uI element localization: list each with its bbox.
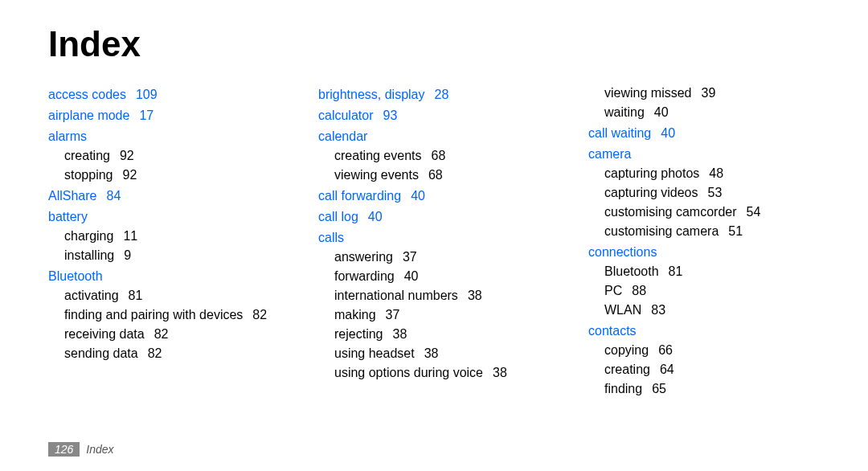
index-page-ref: 88	[632, 284, 646, 297]
index-term: creating	[64, 149, 110, 162]
index-term: forwarding	[334, 269, 395, 283]
index-page-ref: 40	[654, 105, 669, 119]
index-term: WLAN	[604, 303, 641, 317]
index-term: access codes	[48, 88, 126, 101]
index-page-ref: 38	[468, 289, 482, 302]
index-term: capturing videos	[604, 186, 698, 199]
index-sub-entry: rejecting38	[318, 325, 550, 344]
index-page-ref: 64	[660, 362, 674, 376]
index-main-entry: access codes109	[48, 85, 280, 104]
index-page-ref: 40	[661, 126, 675, 140]
index-main-entry: alarms	[48, 127, 280, 146]
index-page-ref: 40	[368, 210, 383, 223]
index-main-entry: call log40	[318, 207, 550, 227]
index-page-ref: 54	[747, 205, 761, 219]
index-page-ref: 81	[129, 289, 143, 302]
index-term: copying	[604, 343, 649, 357]
index-sub-entry: receiving data82	[48, 325, 280, 344]
index-sub-entry: charging11	[48, 227, 280, 246]
index-page-ref: 40	[404, 269, 419, 283]
index-sub-entry: sending data82	[48, 344, 280, 363]
index-term: call forwarding	[318, 189, 401, 203]
index-term: rejecting	[334, 327, 383, 341]
index-sub-entry: stopping92	[48, 166, 280, 185]
index-page-ref: 65	[652, 382, 666, 395]
index-main-entry: contacts	[588, 322, 820, 341]
index-term: using headset	[334, 346, 415, 360]
index-term: AllShare	[48, 189, 96, 203]
page-title: Index	[48, 24, 820, 64]
index-term: sending data	[64, 346, 138, 360]
index-sub-entry: creating92	[48, 146, 280, 166]
index-page-ref: 17	[139, 109, 154, 122]
index-sub-entry: customising camera51	[588, 222, 820, 241]
index-page-ref: 82	[252, 308, 267, 322]
index-term: viewing missed	[604, 86, 691, 100]
index-term: Bluetooth	[604, 264, 659, 278]
index-column-3: viewing missed39waiting40call waiting40c…	[588, 84, 820, 399]
index-sub-entry: finding65	[588, 379, 820, 399]
index-sub-entry: finding and pairing with devices82	[48, 305, 280, 325]
index-sub-entry: copying66	[588, 341, 820, 360]
index-page-ref: 51	[728, 224, 743, 238]
index-page-ref: 68	[432, 149, 446, 162]
index-main-entry: airplane mode17	[48, 106, 280, 125]
index-sub-entry: waiting40	[588, 103, 820, 122]
index-sub-entry: using headset38	[318, 344, 550, 363]
index-term: calls	[318, 231, 344, 244]
index-sub-entry: viewing events68	[318, 166, 550, 185]
index-page-ref: 92	[123, 168, 137, 182]
index-sub-entry: capturing photos48	[588, 164, 820, 183]
index-sub-entry: capturing videos53	[588, 183, 820, 203]
index-page-ref: 81	[669, 264, 683, 278]
index-term: camera	[588, 147, 631, 161]
index-term: creating events	[334, 149, 422, 162]
index-term: finding and pairing with devices	[64, 308, 243, 322]
index-term: customising camcorder	[604, 205, 737, 219]
index-term: installing	[64, 248, 114, 262]
index-sub-entry: installing9	[48, 246, 280, 265]
index-page-ref: 92	[120, 149, 134, 162]
index-main-entry: call forwarding40	[318, 186, 550, 206]
index-main-entry: camera	[588, 145, 820, 164]
index-column-1: access codes109airplane mode17alarmscrea…	[48, 84, 280, 399]
index-sub-entry: WLAN83	[588, 301, 820, 320]
index-term: call log	[318, 210, 358, 223]
index-term: receiving data	[64, 327, 145, 341]
footer-page-number: 126	[48, 442, 80, 457]
index-term: viewing events	[334, 168, 419, 182]
index-page-ref: 109	[136, 88, 158, 101]
index-page-ref: 9	[124, 248, 131, 262]
index-sub-entry: creating64	[588, 360, 820, 379]
index-term: using options during voice	[334, 366, 483, 379]
index-page-ref: 28	[435, 88, 449, 101]
index-term: activating	[64, 289, 119, 302]
index-term: creating	[604, 362, 650, 376]
index-main-entry: calendar	[318, 127, 550, 146]
index-sub-entry: using options during voice38	[318, 363, 550, 383]
index-sub-entry: creating events68	[318, 146, 550, 166]
index-page-ref: 93	[383, 109, 397, 122]
index-term: brightness, display	[318, 88, 425, 101]
index-sub-entry: viewing missed39	[588, 84, 820, 103]
index-main-entry: battery	[48, 207, 280, 227]
index-term: answering	[334, 250, 393, 264]
index-page-ref: 84	[106, 189, 121, 203]
index-page-ref: 53	[708, 186, 723, 199]
index-page-ref: 38	[424, 346, 439, 360]
index-sub-entry: answering37	[318, 248, 550, 267]
index-main-entry: calculator93	[318, 106, 550, 125]
index-page-ref: 38	[493, 366, 507, 379]
index-column-2: brightness, display28calculator93calenda…	[318, 84, 550, 399]
index-main-entry: AllShare84	[48, 186, 280, 206]
index-sub-entry: activating81	[48, 286, 280, 305]
index-main-entry: brightness, display28	[318, 85, 550, 104]
index-sub-entry: forwarding40	[318, 267, 550, 286]
index-sub-entry: international numbers38	[318, 286, 550, 305]
index-page-ref: 83	[651, 303, 665, 317]
index-main-entry: calls	[318, 228, 550, 248]
index-term: finding	[604, 382, 642, 395]
page-footer: 126 Index	[48, 442, 114, 457]
index-term: PC	[604, 284, 622, 297]
index-term: charging	[64, 229, 113, 243]
